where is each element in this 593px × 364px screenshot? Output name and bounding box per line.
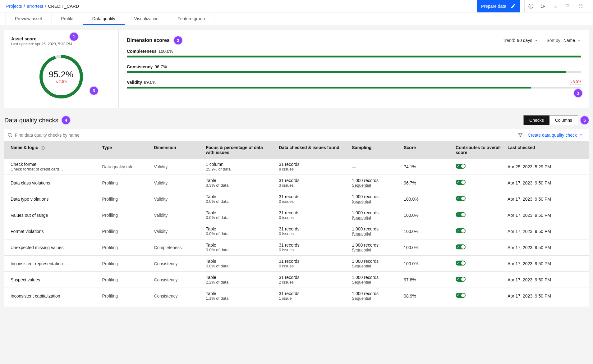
data-line2: 0 issues (279, 264, 346, 268)
svg-rect-10 (579, 7, 580, 8)
prepare-data-button[interactable]: Prepare data (477, 0, 520, 12)
check-dimension: Validity (151, 207, 203, 223)
table-row[interactable]: Format violationsProfilingValidityTable0… (4, 223, 589, 239)
focus-line2: 0.0% of data (206, 231, 273, 236)
sampling-records: 1,000 records (352, 226, 398, 231)
trend-down-icon: ↘ (569, 80, 572, 84)
sampling-mode: Sequential (352, 296, 398, 301)
trend-dropdown[interactable]: Trend: 90 days (503, 38, 538, 43)
table-row[interactable]: Data type violationsProfilingValidityTab… (4, 191, 589, 207)
asset-score-delta: ↘ 2.6% (55, 80, 67, 84)
sampling-mode: Sequential (352, 264, 398, 268)
col-dimension[interactable]: Dimension (151, 141, 203, 159)
contribute-toggle[interactable] (456, 228, 466, 233)
check-last: Apr 17, 2023, 9:50 PM (504, 191, 589, 207)
create-check-link[interactable]: Create data quality check (525, 133, 586, 138)
tab-feature-group[interactable]: Feature group (168, 12, 214, 25)
sort-dropdown[interactable]: Sort by: Name (546, 38, 581, 43)
dimension-scores-card: Dimension scores 2 Trend: 90 days Sort b… (119, 30, 589, 108)
data-line1: 31 records (279, 210, 346, 215)
contribute-toggle[interactable] (456, 277, 466, 282)
data-line2: 8 issues (279, 167, 346, 171)
search-input[interactable] (15, 131, 515, 139)
topbar-actions: Prepare data (477, 2, 587, 11)
info-icon[interactable] (525, 0, 537, 12)
trend-down-icon: ↘ (55, 80, 58, 84)
table-row[interactable]: Suspect valuesProfilingConsistencyTable2… (4, 272, 589, 288)
table-row[interactable]: Inconsistent capitalizationProfilingCons… (4, 288, 589, 304)
col-type[interactable]: Type (99, 141, 151, 159)
check-name: Data type violations (11, 197, 96, 202)
tab-profile[interactable]: Profile (51, 12, 83, 25)
col-last[interactable]: Last checked (504, 141, 589, 159)
svg-point-4 (541, 7, 542, 8)
contribute-toggle[interactable] (456, 261, 466, 266)
view-columns-button[interactable]: Columns (549, 116, 578, 125)
table-row[interactable]: Unexpected missing valuesProfilingComple… (4, 239, 589, 256)
table-row[interactable]: Data class violationsProfilingValidityTa… (4, 175, 589, 191)
contribute-toggle[interactable] (456, 164, 466, 169)
check-type: Profiling (99, 288, 151, 304)
sampling-mode: Sequential (352, 280, 398, 284)
check-last: Apr 25, 2023, 5:29 PM (504, 159, 589, 175)
contribute-toggle[interactable] (456, 212, 466, 217)
contribute-toggle[interactable] (456, 244, 466, 249)
check-last: Apr 17, 2023, 9:50 PM (504, 239, 589, 256)
check-score: 97.8% (401, 272, 453, 288)
table-row[interactable]: Values out of rangeProfilingValidityTabl… (4, 207, 589, 223)
data-line1: 31 records (279, 162, 346, 167)
check-name: Unexpected missing values (11, 245, 96, 250)
breadcrumb-project[interactable]: errortest (27, 4, 43, 9)
asset-score-value: 95.2% (49, 70, 73, 80)
focus-line1: Table (206, 259, 273, 264)
table-row[interactable]: Inconsistent representation …ProfilingCo… (4, 256, 589, 272)
dimension-controls: Trend: 90 days Sort by: Name (503, 38, 581, 43)
asset-score-card: Asset score Last updated: Apr 25, 2023, … (4, 30, 119, 108)
check-score: 96.7% (401, 175, 453, 191)
col-score[interactable]: Score (401, 141, 453, 159)
contribute-toggle[interactable] (456, 293, 466, 298)
col-sampling[interactable]: Sampling (349, 141, 401, 159)
sampling-records: 1,000 records (352, 178, 398, 183)
data-line2: 3 issues (279, 183, 346, 188)
tab-preview-asset[interactable]: Preview asset (5, 12, 52, 25)
col-name[interactable]: Name & logic (4, 141, 99, 159)
breadcrumb-projects[interactable]: Projects (6, 4, 22, 9)
col-contrib[interactable]: Contributes to overall score (453, 141, 504, 159)
check-dimension: Consistency (151, 272, 203, 288)
asset-score-subtitle: Last updated: Apr 25, 2023, 5:33 PM (11, 42, 111, 46)
check-name: Values out of range (11, 213, 96, 218)
check-dimension: Completeness (151, 239, 203, 256)
checks-table: Create data quality check Name & logic T… (4, 129, 589, 307)
contribute-toggle[interactable] (456, 180, 466, 185)
lineage-icon[interactable] (537, 0, 549, 12)
contribute-toggle[interactable] (456, 196, 466, 201)
tab-data-quality[interactable]: Data quality (83, 12, 125, 25)
sampling-records: 1,000 records (352, 259, 398, 264)
data-line1: 31 records (279, 275, 346, 280)
check-type: Profiling (99, 191, 151, 207)
focus-line2: 0.0% of data (206, 199, 273, 204)
filter-icon[interactable] (518, 133, 523, 138)
col-data[interactable]: Data checked & issues found (276, 141, 349, 159)
sampling-mode: Sequential (352, 199, 398, 204)
info-icon (41, 146, 45, 150)
comments-icon (562, 0, 574, 12)
dimension-row: Validity89.0%↘8.0%3 (127, 80, 581, 89)
check-score: 74.1% (401, 159, 453, 175)
view-checks-button[interactable]: Checks (524, 116, 549, 125)
table-row[interactable]: Check formatCheck format of credit card … (4, 159, 589, 175)
col-focus[interactable]: Focus & percentage of data with issues (203, 141, 276, 159)
check-name: Suspect values (11, 277, 96, 282)
chevron-down-icon (577, 38, 581, 43)
check-last: Apr 17, 2023, 9:50 PM (504, 207, 589, 223)
breadcrumb-sep: / (24, 4, 25, 9)
dimension-pct: 100.0% (159, 49, 173, 54)
dimension-name: Validity (127, 80, 142, 85)
tab-visualization[interactable]: Visualization (125, 12, 168, 25)
check-dimension: Consistency (151, 256, 203, 272)
check-dimension: Consistency (151, 288, 203, 304)
check-last: Apr 17, 2023, 9:50 PM (504, 288, 589, 304)
sampling-records: 1,000 records (352, 210, 398, 215)
search-icon (7, 133, 12, 138)
